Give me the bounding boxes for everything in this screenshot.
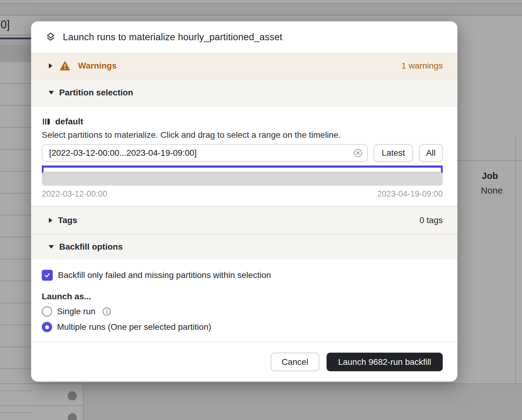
partition-selection-body: default Select partitions to materialize… xyxy=(31,106,457,206)
timeline-date-labels: 2022-03-12-00:00 2023-04-19-09:00 xyxy=(42,189,443,199)
caret-right-icon xyxy=(48,63,53,69)
latest-button[interactable]: Latest xyxy=(374,144,413,162)
caret-right-icon xyxy=(48,217,53,223)
timeline-end-date: 2023-04-19-09:00 xyxy=(377,189,443,199)
warnings-section-toggle[interactable]: Warnings 1 warnings xyxy=(31,53,457,79)
timeline-start-date: 2022-03-12-00:00 xyxy=(42,189,107,199)
multiple-runs-label: Multiple runs (One per selected partitio… xyxy=(57,322,211,332)
launch-backfill-dialog: Launch runs to materialize hourly_partit… xyxy=(31,21,457,382)
backfill-options-body: Backfill only failed and missing partiti… xyxy=(31,259,457,342)
partition-helper-text: Select partitions to materialize. Click … xyxy=(42,130,443,140)
tags-count: 0 tags xyxy=(420,215,443,225)
info-circle-icon[interactable] xyxy=(102,307,111,316)
asset-layers-icon xyxy=(45,32,56,43)
caret-down-icon xyxy=(48,90,54,95)
tags-section-toggle[interactable]: Tags 0 tags xyxy=(31,206,457,234)
backfill-failed-missing-row[interactable]: Backfill only failed and missing partiti… xyxy=(42,270,443,281)
multiple-runs-option[interactable]: Multiple runs (One per selected partitio… xyxy=(42,322,443,333)
tags-header: Tags xyxy=(58,215,77,225)
partition-timeline[interactable] xyxy=(42,172,443,186)
partition-input-row: Latest All xyxy=(42,144,443,162)
partition-set-icon xyxy=(42,117,51,126)
dialog-footer: Cancel Launch 9682-run backfill xyxy=(31,342,457,382)
partition-selection-header: Partition selection xyxy=(59,88,133,98)
all-button[interactable]: All xyxy=(419,144,443,162)
warnings-count: 1 warnings xyxy=(402,61,443,71)
dialog-title: Launch runs to materialize hourly_partit… xyxy=(63,32,282,43)
single-run-option[interactable]: Single run xyxy=(42,306,443,317)
dialog-header: Launch runs to materialize hourly_partit… xyxy=(31,21,457,53)
dimension-name: default xyxy=(55,117,83,126)
partition-input-wrap xyxy=(42,144,368,162)
cancel-button[interactable]: Cancel xyxy=(271,353,319,371)
warning-triangle-icon xyxy=(60,61,70,71)
caret-down-icon xyxy=(48,244,54,249)
partition-selection-toggle[interactable]: Partition selection xyxy=(31,79,457,106)
launch-as-label: Launch as... xyxy=(42,292,443,301)
warnings-label: Warnings xyxy=(78,61,117,71)
backfill-failed-missing-checkbox[interactable] xyxy=(42,270,53,281)
clear-input-button[interactable] xyxy=(353,148,363,158)
backfill-options-header: Backfill options xyxy=(59,242,123,252)
dimension-row: default xyxy=(42,117,443,126)
backfill-failed-missing-label: Backfill only failed and missing partiti… xyxy=(58,270,271,280)
single-run-label: Single run xyxy=(57,307,95,316)
multiple-runs-radio[interactable] xyxy=(42,322,52,332)
single-run-radio[interactable] xyxy=(42,306,52,317)
partition-range-input[interactable] xyxy=(42,144,368,162)
launch-backfill-button[interactable]: Launch 9682-run backfill xyxy=(327,353,443,371)
backfill-options-toggle[interactable]: Backfill options xyxy=(31,234,457,259)
